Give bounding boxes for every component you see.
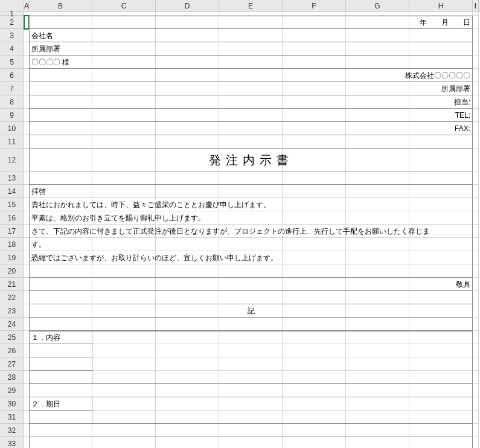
row-header-14[interactable]: 14 xyxy=(0,185,24,198)
cell-D22[interactable] xyxy=(156,291,219,304)
cell-E18[interactable] xyxy=(219,238,283,251)
cell-H15[interactable] xyxy=(409,198,473,211)
cell-H19[interactable] xyxy=(409,251,473,264)
cell-E2[interactable] xyxy=(219,16,283,29)
cell-I18[interactable] xyxy=(473,238,479,251)
cell-C14[interactable] xyxy=(92,185,156,198)
row-header-33[interactable]: 33 xyxy=(0,437,24,448)
cell-H32[interactable] xyxy=(409,424,473,437)
cell-D8[interactable] xyxy=(156,95,219,109)
cell-H21[interactable] xyxy=(409,278,473,291)
cell-H10[interactable] xyxy=(409,122,473,135)
cell-F9[interactable] xyxy=(283,109,346,122)
cell-D23[interactable] xyxy=(156,304,219,318)
cell-E8[interactable] xyxy=(219,95,283,109)
cell-E15[interactable] xyxy=(219,198,283,211)
row-header-16[interactable]: 16 xyxy=(0,211,24,225)
cell-F13[interactable] xyxy=(283,171,346,185)
cell-C18[interactable] xyxy=(92,238,156,251)
row-header-29[interactable]: 29 xyxy=(0,384,24,397)
cell-H28[interactable] xyxy=(409,371,473,384)
cell-H4[interactable] xyxy=(409,42,473,56)
cell-B5[interactable] xyxy=(29,56,92,69)
cell-E28[interactable] xyxy=(219,371,283,384)
cell-G13[interactable] xyxy=(346,171,409,185)
cell-F3[interactable] xyxy=(283,29,346,42)
col-header-F[interactable]: F xyxy=(283,0,346,11)
row-header-28[interactable]: 28 xyxy=(0,371,24,384)
cell-B19[interactable] xyxy=(29,251,92,264)
cell-E4[interactable] xyxy=(219,42,283,56)
cell-D14[interactable] xyxy=(156,185,219,198)
cell-I20[interactable] xyxy=(473,264,479,278)
cell-I22[interactable] xyxy=(473,291,479,304)
cell-F11[interactable] xyxy=(283,135,346,149)
cell-C22[interactable] xyxy=(92,291,156,304)
col-header-H[interactable]: H xyxy=(409,0,473,11)
cell-H20[interactable] xyxy=(409,264,473,278)
cell-H23[interactable] xyxy=(409,304,473,318)
cell-E25[interactable] xyxy=(219,331,283,344)
cell-E30[interactable] xyxy=(219,397,283,411)
cell-F23[interactable] xyxy=(283,304,346,318)
cell-F26[interactable] xyxy=(283,344,346,357)
cell-H16[interactable] xyxy=(409,211,473,225)
cell-C26[interactable] xyxy=(92,344,156,357)
cell-D26[interactable] xyxy=(156,344,219,357)
cell-G2[interactable] xyxy=(346,16,409,29)
cell-G17[interactable] xyxy=(346,225,409,238)
cell-D11[interactable] xyxy=(156,135,219,149)
cell-D16[interactable] xyxy=(156,211,219,225)
cell-G11[interactable] xyxy=(346,135,409,149)
cell-B17[interactable] xyxy=(29,225,92,238)
cell-B24[interactable] xyxy=(29,318,92,331)
cell-H11[interactable] xyxy=(409,135,473,149)
row-header-11[interactable]: 11 xyxy=(0,135,24,149)
cell-I17[interactable] xyxy=(473,225,479,238)
cell-I10[interactable] xyxy=(473,122,479,135)
cell-H24[interactable] xyxy=(409,318,473,331)
cell-H18[interactable] xyxy=(409,238,473,251)
cell-E14[interactable] xyxy=(219,185,283,198)
cell-G23[interactable] xyxy=(346,304,409,318)
cell-I15[interactable] xyxy=(473,198,479,211)
cell-C10[interactable] xyxy=(92,122,156,135)
cell-B25[interactable] xyxy=(29,331,92,344)
cell-C8[interactable] xyxy=(92,95,156,109)
cell-I12[interactable] xyxy=(473,149,479,171)
cell-B12[interactable] xyxy=(29,149,92,171)
cell-G27[interactable] xyxy=(346,357,409,371)
cell-B9[interactable] xyxy=(29,109,92,122)
cell-D15[interactable] xyxy=(156,198,219,211)
row-header-2[interactable]: 2 xyxy=(0,16,24,29)
cell-E31[interactable] xyxy=(219,411,283,424)
cell-F14[interactable] xyxy=(283,185,346,198)
cell-B30[interactable] xyxy=(29,397,92,411)
cell-E20[interactable] xyxy=(219,264,283,278)
row-header-22[interactable]: 22 xyxy=(0,291,24,304)
row-header-15[interactable]: 15 xyxy=(0,198,24,211)
cell-F8[interactable] xyxy=(283,95,346,109)
col-header-G[interactable]: G xyxy=(346,0,409,11)
cell-E12[interactable] xyxy=(219,149,283,171)
cell-D31[interactable] xyxy=(156,411,219,424)
cell-B31[interactable] xyxy=(29,411,92,424)
cell-D4[interactable] xyxy=(156,42,219,56)
cell-D2[interactable] xyxy=(156,16,219,29)
cell-I21[interactable] xyxy=(473,278,479,291)
cell-B27[interactable] xyxy=(29,357,92,371)
cell-B20[interactable] xyxy=(29,264,92,278)
cell-H5[interactable] xyxy=(409,56,473,69)
row-header-10[interactable]: 10 xyxy=(0,122,24,135)
cell-D10[interactable] xyxy=(156,122,219,135)
row-header-3[interactable]: 3 xyxy=(0,29,24,42)
cell-G24[interactable] xyxy=(346,318,409,331)
cell-I16[interactable] xyxy=(473,211,479,225)
cell-H8[interactable] xyxy=(409,95,473,109)
cell-H3[interactable] xyxy=(409,29,473,42)
cell-G4[interactable] xyxy=(346,42,409,56)
cell-G16[interactable] xyxy=(346,211,409,225)
cell-E19[interactable] xyxy=(219,251,283,264)
cell-C15[interactable] xyxy=(92,198,156,211)
cell-C3[interactable] xyxy=(92,29,156,42)
